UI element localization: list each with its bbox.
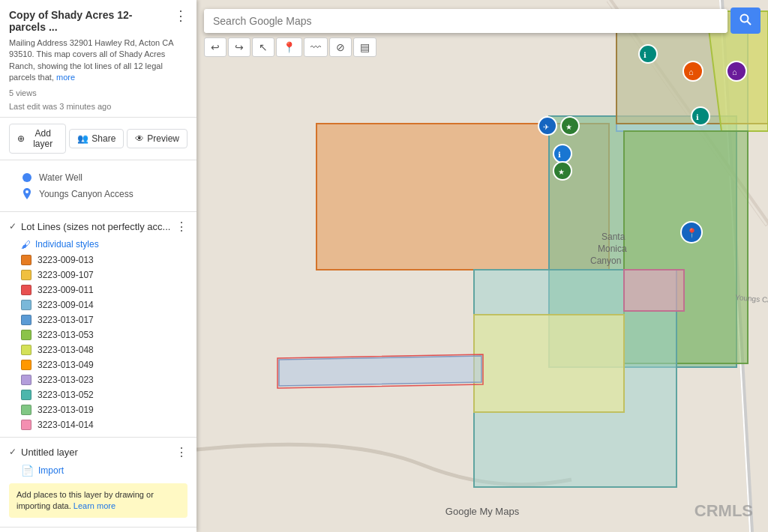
svg-text:📍: 📍 — [686, 227, 698, 238]
lot-item-label: 3223-013-019 — [38, 405, 94, 415]
share-icon: 👥 — [77, 133, 88, 144]
map-menu-button[interactable]: ⋮ — [174, 9, 188, 22]
sidebar-header: Copy of Shady Acres 12- parcels ... ⋮ Ma… — [0, 0, 196, 118]
search-input[interactable] — [204, 9, 728, 33]
crmls-watermark: CRMLS — [694, 501, 753, 521]
more-link[interactable]: more — [56, 73, 75, 82]
individual-styles-row[interactable]: 🖌 Individual styles — [0, 237, 196, 253]
add-layer-button[interactable]: ⊕ Add layer — [9, 124, 66, 154]
import-link[interactable]: 📄 Import — [0, 462, 196, 479]
lot-list-item[interactable]: 3223-013-052 — [0, 387, 196, 402]
preview-icon: 👁 — [135, 133, 144, 144]
untitled-layer2-section: ✓ Untitled layer ⋮ — [0, 528, 196, 532]
lot-list-item[interactable]: 3223-013-023 — [0, 372, 196, 387]
svg-rect-17 — [474, 315, 624, 412]
untitled-layer1-name: Untitled layer — [21, 447, 171, 458]
preview-button[interactable]: 👁 Preview — [127, 129, 188, 148]
svg-text:ℹ: ℹ — [558, 151, 561, 159]
lot-color-swatch — [21, 405, 32, 415]
sidebar: Copy of Shady Acres 12- parcels ... ⋮ Ma… — [0, 0, 196, 532]
lot-list-item[interactable]: 3223-009-011 — [0, 282, 196, 297]
untitled-layer1-check: ✓ — [9, 447, 16, 457]
import-icon: 📄 — [21, 465, 34, 477]
lot-lines-header: ✓ Lot Lines (sizes not perfectly acc... … — [0, 217, 196, 237]
share-button[interactable]: 👥 Share — [69, 129, 124, 148]
lot-item-label: 3223-013-023 — [38, 375, 94, 385]
map-area[interactable]: ↩ ↪ ↖ 📍 〰 ⊘ ▤ — [196, 0, 768, 532]
lot-item-label: 3223-013-049 — [38, 360, 94, 370]
svg-text:Canyon: Canyon — [590, 256, 621, 266]
more-toolbar-button[interactable]: ▤ — [353, 37, 376, 57]
path-button[interactable]: 〰 — [304, 37, 328, 57]
individual-styles-label[interactable]: Individual styles — [35, 239, 99, 250]
svg-marker-19 — [279, 356, 482, 386]
lot-list-item[interactable]: 3223-013-048 — [0, 342, 196, 357]
svg-text:ℹ: ℹ — [696, 113, 699, 121]
lot-list-item[interactable]: 3223-013-049 — [0, 357, 196, 372]
lot-list-item[interactable]: 3223-009-107 — [0, 267, 196, 282]
water-well-icon — [21, 172, 33, 184]
map-address: Mailing Address 32901 Hawley Rd, Acton C… — [9, 37, 188, 84]
learn-more-link[interactable]: Learn more — [74, 501, 116, 510]
lot-list-item[interactable]: 3223-013-053 — [0, 327, 196, 342]
lot-lines-section: ✓ Lot Lines (sizes not perfectly acc... … — [0, 212, 196, 438]
svg-point-29 — [639, 45, 657, 63]
untitled-layer1-header: ✓ Untitled layer ⋮ — [0, 442, 196, 462]
svg-text:✈: ✈ — [543, 123, 549, 131]
undo-button[interactable]: ↩ — [204, 37, 226, 57]
search-button[interactable] — [730, 7, 760, 34]
lot-items-list: 3223-009-013 3223-009-107 3223-009-011 3… — [0, 253, 196, 432]
lot-item-label: 3223-009-014 — [38, 300, 94, 310]
youngs-canyon-label: Youngs Canyon Access — [39, 189, 134, 199]
lot-list-item[interactable]: 3223-013-019 — [0, 402, 196, 417]
lot-item-label: 3223-013-017 — [38, 315, 94, 325]
layer1-section: Water Well Youngs Canyon Access — [0, 160, 196, 212]
svg-point-35 — [692, 107, 710, 125]
add-places-box: Add places to this layer by drawing or i… — [9, 483, 188, 519]
untitled-layer1-menu[interactable]: ⋮ — [176, 445, 188, 459]
lot-color-swatch — [21, 255, 32, 265]
svg-text:ℹ: ℹ — [644, 51, 646, 59]
svg-text:Monica: Monica — [598, 244, 627, 254]
svg-text:★: ★ — [566, 123, 572, 131]
svg-text:Santa: Santa — [602, 232, 626, 242]
sidebar-actions: ⊕ Add layer 👥 Share 👁 Preview — [0, 118, 196, 160]
list-item[interactable]: Youngs Canyon Access — [0, 186, 196, 202]
pin-button[interactable]: 📍 — [276, 37, 302, 57]
lot-color-swatch — [21, 285, 32, 295]
lot-color-swatch — [21, 270, 32, 280]
import-label: Import — [38, 465, 64, 476]
svg-point-1 — [26, 190, 28, 193]
filter-button[interactable]: ⊘ — [329, 37, 352, 57]
add-layer-icon: ⊕ — [17, 133, 25, 144]
svg-point-0 — [22, 173, 32, 182]
lot-list-item[interactable]: 3223-013-017 — [0, 312, 196, 327]
lot-color-swatch — [21, 420, 32, 430]
individual-styles-icon: 🖌 — [21, 239, 31, 250]
search-wrapper — [204, 9, 728, 33]
svg-text:★: ★ — [558, 168, 565, 176]
lot-color-swatch — [21, 315, 32, 325]
lot-list-item[interactable]: 3223-014-014 — [0, 417, 196, 432]
water-well-label: Water Well — [39, 172, 82, 183]
lot-list-item[interactable]: 3223-009-013 — [0, 253, 196, 267]
lot-list-item[interactable]: 3223-009-014 — [0, 297, 196, 312]
layer1-items: Water Well Youngs Canyon Access — [0, 166, 196, 205]
search-bar — [204, 7, 760, 34]
map-title: Copy of Shady Acres 12- parcels ... — [9, 9, 168, 33]
cursor-button[interactable]: ↖ — [252, 37, 274, 57]
svg-text:⌂: ⌂ — [732, 67, 737, 76]
google-watermark: Google My Maps — [446, 506, 519, 517]
svg-rect-18 — [624, 270, 684, 311]
lot-color-swatch — [21, 360, 32, 370]
lot-color-swatch — [21, 390, 32, 400]
lot-item-label: 3223-014-014 — [38, 420, 94, 430]
svg-text:⌂: ⌂ — [688, 67, 694, 76]
map-toolbar: ↩ ↪ ↖ 📍 〰 ⊘ ▤ — [204, 37, 376, 57]
lot-lines-menu[interactable]: ⋮ — [176, 220, 188, 234]
redo-button[interactable]: ↪ — [228, 37, 250, 57]
lot-color-swatch — [21, 330, 32, 340]
list-item[interactable]: Water Well — [0, 169, 196, 186]
lot-lines-name: Lot Lines (sizes not perfectly acc... — [21, 221, 171, 232]
svg-line-3 — [747, 21, 751, 25]
